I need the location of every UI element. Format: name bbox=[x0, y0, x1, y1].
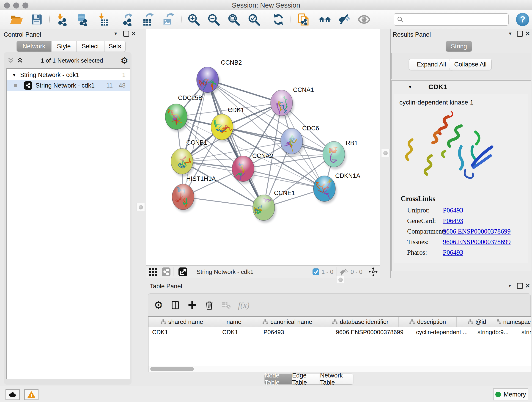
crosslink-compartments[interactable]: 9606.ENSP00000378699 bbox=[443, 228, 511, 238]
maximize-panel-button[interactable] bbox=[516, 282, 524, 290]
results-panel: Results Panel ▼ ✕ String Expand All Coll… bbox=[390, 29, 532, 278]
import-table-file-button[interactable] bbox=[95, 12, 111, 27]
import-network-file-button[interactable] bbox=[54, 12, 70, 27]
hidden-node-edge-counts: 0 - 0 bbox=[351, 268, 362, 275]
results-panel-title: Results Panel bbox=[393, 31, 431, 38]
hide-selected-button[interactable] bbox=[337, 12, 352, 27]
expand-all-chevron-icon[interactable] bbox=[17, 57, 23, 64]
zoom-selected-button[interactable] bbox=[246, 12, 261, 27]
column-header-namespace[interactable]: namespace bbox=[497, 317, 531, 327]
network-node-hist1h1a[interactable]: HIST1H1A bbox=[172, 175, 216, 212]
table-row[interactable]: CDK1CDK1P064939606.ENSP00000378699cyclin… bbox=[148, 327, 531, 337]
export-network-button[interactable] bbox=[120, 12, 135, 27]
section-expander-icon[interactable]: ▼ bbox=[408, 84, 412, 89]
column-type-icon bbox=[332, 319, 338, 325]
crosslink-tissues[interactable]: 9606.ENSP00000378699 bbox=[443, 238, 511, 249]
float-panel-button[interactable]: ▼ bbox=[506, 282, 514, 290]
right-splitter-grip[interactable] bbox=[381, 149, 389, 157]
detach-view-button[interactable] bbox=[177, 267, 188, 277]
create-column-button[interactable] bbox=[185, 298, 199, 312]
table-cell[interactable]: cyclin-dependent ... bbox=[412, 327, 474, 337]
network-edge[interactable] bbox=[208, 80, 264, 208]
column-header--id[interactable]: @id bbox=[457, 317, 497, 327]
zoom-fit-button[interactable] bbox=[226, 12, 241, 27]
network-canvas[interactable]: CCNB2CCNA1CDC25BCDK1CDC6RB1CCNB1CCNA2CDK… bbox=[146, 29, 380, 265]
left-splitter[interactable] bbox=[135, 29, 146, 278]
close-panel-button[interactable]: ✕ bbox=[524, 30, 532, 38]
maximize-panel-button[interactable] bbox=[122, 30, 130, 38]
float-panel-button[interactable]: ▼ bbox=[112, 30, 120, 38]
show-all-button[interactable] bbox=[356, 12, 372, 27]
network-node-rb1[interactable]: RB1 bbox=[323, 140, 358, 169]
hidden-elements-button[interactable] bbox=[339, 267, 349, 277]
cloud-status-button[interactable] bbox=[6, 389, 20, 400]
column-header-canonical-name[interactable]: canonical name bbox=[253, 317, 322, 327]
table-horizontal-scrollbar[interactable] bbox=[148, 366, 531, 372]
warnings-button[interactable] bbox=[24, 389, 38, 400]
table-cell[interactable]: stringdb bbox=[518, 327, 531, 337]
table-cell[interactable]: 9606.ENSP00000378699 bbox=[332, 327, 412, 337]
column-header-database-identifier[interactable]: database identifier bbox=[322, 317, 399, 327]
save-session-button[interactable] bbox=[29, 12, 44, 27]
tab-sets[interactable]: Sets bbox=[104, 41, 126, 52]
import-network-from-database-button[interactable] bbox=[75, 12, 89, 27]
toolbar-separator bbox=[181, 13, 182, 26]
tab-select[interactable]: Select bbox=[76, 41, 104, 52]
show-grid-button[interactable] bbox=[148, 267, 158, 277]
first-neighbors-button[interactable] bbox=[317, 12, 332, 27]
export-image-button[interactable] bbox=[160, 12, 176, 27]
crosslink-genecard[interactable]: P06493 bbox=[443, 217, 463, 228]
clone-network-button[interactable] bbox=[296, 12, 311, 27]
tab-node-table[interactable]: Node Table bbox=[264, 374, 292, 385]
network-row-selected[interactable]: String Network - cdk1 11 48 bbox=[7, 80, 130, 91]
table-options-button[interactable]: ⚙ bbox=[152, 298, 165, 312]
help-button[interactable]: ? bbox=[516, 13, 529, 26]
right-splitter[interactable] bbox=[380, 29, 391, 278]
column-header-description[interactable]: description bbox=[399, 317, 457, 327]
network-options-gear-icon[interactable]: ⚙ bbox=[120, 56, 128, 65]
left-splitter-grip[interactable] bbox=[137, 203, 145, 211]
zoom-out-button[interactable] bbox=[206, 12, 221, 27]
collapse-all-chevron-icon[interactable] bbox=[7, 57, 14, 64]
horizontal-splitter[interactable] bbox=[135, 278, 532, 282]
view-mode-button[interactable] bbox=[161, 267, 171, 277]
network-node-cdkn1a[interactable]: CDKN1A bbox=[313, 172, 360, 204]
refresh-view-button[interactable] bbox=[271, 12, 286, 27]
tab-network[interactable]: Network bbox=[17, 41, 51, 52]
toolbar-divider bbox=[190, 267, 190, 276]
birdseye-view-button[interactable] bbox=[368, 267, 379, 277]
tab-network-table[interactable]: Network Table bbox=[320, 374, 353, 385]
collapse-all-button[interactable]: Collapse All bbox=[449, 59, 492, 70]
tab-edge-table[interactable]: Edge Table bbox=[292, 374, 320, 385]
tab-style[interactable]: Style bbox=[51, 41, 76, 52]
column-header-shared-name[interactable]: shared name bbox=[148, 317, 215, 327]
search-input[interactable] bbox=[404, 15, 508, 24]
float-panel-button[interactable]: ▼ bbox=[506, 30, 514, 38]
crosslink-uniprot[interactable]: P06493 bbox=[443, 206, 463, 217]
memory-button[interactable]: Memory bbox=[493, 389, 528, 400]
table-cell[interactable]: CDK1 bbox=[148, 327, 219, 337]
network-node-cdc6[interactable]: CDC6 bbox=[281, 125, 319, 156]
network-collection-row[interactable]: ▼ String Network - cdk1 1 bbox=[7, 70, 130, 80]
node-label: CDC6 bbox=[302, 125, 319, 132]
export-network-icon bbox=[121, 13, 134, 26]
close-panel-button[interactable]: ✕ bbox=[524, 282, 532, 290]
zoom-in-button[interactable] bbox=[186, 12, 201, 27]
delete-column-button[interactable] bbox=[202, 298, 216, 312]
tab-string[interactable]: String bbox=[446, 41, 472, 52]
selected-checkbox[interactable] bbox=[312, 267, 320, 277]
scrollbar-thumb[interactable] bbox=[150, 367, 194, 371]
table-cell[interactable]: CDK1 bbox=[219, 327, 260, 337]
show-columns-button[interactable] bbox=[168, 298, 182, 312]
gene-section-header[interactable]: ▼ CDK1 bbox=[392, 81, 531, 93]
maximize-panel-button[interactable] bbox=[516, 30, 524, 38]
table-cell[interactable]: P06493 bbox=[260, 327, 332, 337]
crosslink-pharos[interactable]: P06493 bbox=[443, 249, 463, 259]
collection-expander-icon[interactable]: ▼ bbox=[12, 72, 17, 78]
export-table-button[interactable] bbox=[140, 12, 155, 27]
table-cell[interactable]: stringdb:9... bbox=[474, 327, 518, 337]
column-header-name[interactable]: name bbox=[215, 317, 253, 327]
expand-all-button[interactable]: Expand All bbox=[409, 59, 454, 70]
open-session-button[interactable] bbox=[8, 12, 24, 27]
network-node-ccnb2[interactable]: CCNB2 bbox=[196, 59, 242, 95]
